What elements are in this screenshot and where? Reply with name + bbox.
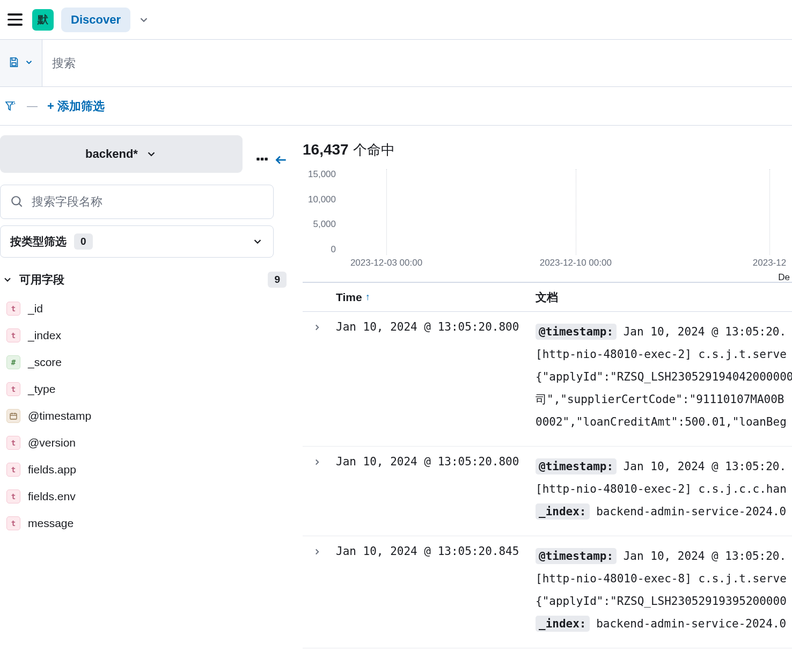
field-type-icon: t	[6, 463, 20, 477]
field-type-icon: t	[6, 516, 20, 530]
save-icon	[8, 56, 20, 70]
menu-icon[interactable]	[5, 10, 25, 30]
doc-field-tag: @timestamp:	[536, 324, 617, 340]
doc-text: 0002","loanCreditAmt":500.01,"loanBeg	[536, 415, 787, 428]
field-name: @version	[28, 436, 76, 449]
cell-time: Jan 10, 2024 @ 13:05:20.845	[332, 545, 536, 635]
histogram-chart[interactable]: 15,00010,0005,0000 2023-12-03 00:00 2023…	[303, 169, 792, 276]
expand-row-icon[interactable]	[303, 320, 332, 433]
doc-field-tag: @timestamp:	[536, 458, 617, 474]
y-tick: 15,000	[308, 169, 336, 180]
table-row: Jan 10, 2024 @ 13:05:20.845@timestamp: J…	[303, 536, 792, 648]
column-doc[interactable]: 文档	[536, 290, 792, 305]
topbar: 默 Discover	[0, 0, 792, 40]
doc-field-tag: _index:	[536, 616, 590, 632]
field-type-icon: t	[6, 436, 20, 450]
doc-text: {"applyId":"RZSQ_LSH230529194042000000	[536, 370, 792, 383]
hits-suffix: 个命中	[353, 141, 395, 159]
svg-rect-3	[261, 158, 263, 160]
add-filter-button[interactable]: + 添加筛选	[47, 98, 105, 114]
field-item[interactable]: @timestamp	[0, 403, 296, 429]
expand-row-icon[interactable]	[303, 455, 332, 523]
field-list: t_idt_index#_scoret_type@timestampt@vers…	[0, 295, 296, 537]
column-time[interactable]: Time ↑	[332, 291, 536, 304]
doc-text: [http-nio-48010-exec-8] c.s.j.t.serve	[536, 572, 787, 585]
field-name: _id	[28, 302, 43, 315]
available-fields-label: 可用字段	[19, 272, 64, 287]
svg-rect-8	[10, 413, 17, 419]
search-input[interactable]	[52, 56, 782, 70]
svg-line-7	[19, 203, 21, 206]
field-item[interactable]: t_index	[0, 322, 296, 349]
cell-time: Jan 10, 2024 @ 13:05:20.800	[332, 455, 536, 523]
doc-text: [http-nio-48010-exec-2] c.s.j.t.serve	[536, 348, 787, 361]
type-filter-label: 按类型筛选	[10, 234, 67, 249]
table-row: Jan 10, 2024 @ 13:05:20.800@timestamp: J…	[303, 447, 792, 536]
index-pattern-selector[interactable]: backend*	[0, 135, 243, 173]
index-pattern-label: backend*	[85, 147, 138, 161]
field-item[interactable]: t_type	[0, 376, 296, 403]
field-item[interactable]: t@version	[0, 429, 296, 456]
field-item[interactable]: tmessage	[0, 510, 296, 537]
app-badge[interactable]: 默	[32, 9, 54, 31]
type-filter-count: 0	[74, 233, 93, 250]
sidebar: backend* 按类型筛选 0	[0, 126, 296, 672]
sort-asc-icon: ↑	[365, 291, 370, 303]
doc-text: backend-admin-service-2024.0	[590, 617, 787, 630]
field-type-icon: t	[6, 328, 20, 342]
chevron-down-icon	[252, 236, 263, 247]
doc-text: [http-nio-48010-exec-2] c.s.j.c.c.han	[536, 483, 787, 495]
table-header: Time ↑ 文档	[303, 282, 792, 312]
expand-row-icon[interactable]	[303, 545, 332, 635]
type-filter[interactable]: 按类型筛选 0	[0, 225, 274, 258]
y-axis-ticks: 15,00010,0005,0000	[303, 169, 340, 255]
table-body: Jan 10, 2024 @ 13:05:20.800@timestamp: J…	[303, 312, 792, 648]
field-name: fields.app	[28, 463, 76, 476]
filter-options-icon[interactable]	[0, 100, 17, 113]
discover-button[interactable]: Discover	[61, 8, 130, 32]
chart-plot	[341, 169, 792, 255]
search-icon	[10, 195, 24, 209]
doc-text: {"applyId":"RZSQ_LSH23052919395200000	[536, 595, 787, 608]
searchbar	[0, 40, 792, 87]
field-type-icon: t	[6, 302, 20, 316]
search-input-wrap	[42, 40, 792, 86]
doc-field-tag: @timestamp:	[536, 548, 617, 564]
svg-point-6	[12, 196, 20, 204]
field-search	[0, 185, 274, 219]
field-name: @timestamp	[28, 410, 91, 422]
svg-rect-4	[265, 158, 267, 160]
field-item[interactable]: tfields.env	[0, 483, 296, 510]
cell-doc: @timestamp: Jan 10, 2024 @ 13:05:20.[htt…	[536, 455, 792, 523]
doc-text: Jan 10, 2024 @ 13:05:20.	[617, 325, 786, 338]
available-fields-header[interactable]: 可用字段 9	[0, 264, 296, 295]
field-type-icon: #	[6, 355, 20, 369]
content: backend* 按类型筛选 0	[0, 126, 792, 672]
chevron-down-icon	[145, 148, 157, 160]
field-options-icon[interactable]	[255, 153, 269, 167]
chevron-down-icon[interactable]	[138, 14, 150, 26]
field-name: _index	[28, 329, 61, 342]
doc-text: Jan 10, 2024 @ 13:05:20.	[617, 460, 786, 473]
field-item[interactable]: tfields.app	[0, 456, 296, 483]
field-name: fields.env	[28, 490, 76, 503]
saved-query-button[interactable]	[0, 40, 42, 86]
y-tick: 0	[331, 244, 336, 255]
hits-count: 16,437 个命中	[303, 135, 792, 169]
chevron-down-icon	[2, 274, 13, 285]
svg-rect-2	[256, 158, 259, 160]
cell-doc: @timestamp: Jan 10, 2024 @ 13:05:20.[htt…	[536, 320, 792, 433]
main: 16,437 个命中 15,00010,0005,0000 2023-12-03…	[296, 126, 792, 672]
field-item[interactable]: t_id	[0, 295, 296, 322]
doc-field-tag: _index:	[536, 503, 590, 520]
table-row: Jan 10, 2024 @ 13:05:20.800@timestamp: J…	[303, 312, 792, 447]
field-search-input[interactable]	[32, 195, 263, 209]
field-name: _type	[28, 383, 55, 396]
filter-bar: — + 添加筛选	[0, 87, 792, 126]
collapse-sidebar-icon[interactable]	[274, 153, 288, 167]
chart-x-label: De	[778, 272, 790, 283]
field-type-icon: t	[6, 490, 20, 503]
y-tick: 5,000	[313, 219, 336, 230]
field-item[interactable]: #_score	[0, 349, 296, 376]
doc-text: 司","supplierCertCode":"91110107MA00B	[536, 393, 784, 406]
